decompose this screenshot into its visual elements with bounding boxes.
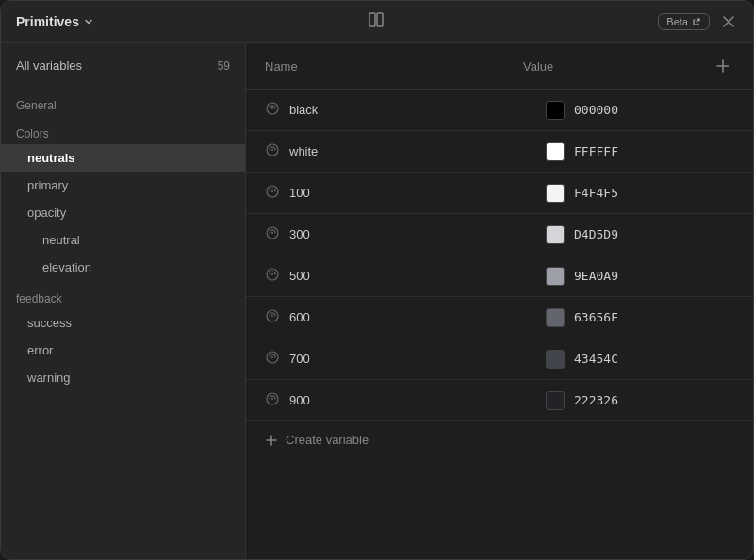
hex-white: FFFFFF (574, 144, 618, 158)
sidebar-item-neutral[interactable]: neutral (1, 226, 245, 254)
main-panel: Name Value (246, 43, 753, 559)
color-type-icon-700 (265, 350, 280, 369)
var-row-600[interactable]: 600 63656E (246, 297, 753, 338)
var-row-300[interactable]: 300 D4D5D9 (246, 214, 753, 255)
sidebar-item-success[interactable]: success (1, 309, 245, 337)
var-value-900: 222326 (546, 391, 734, 410)
sidebar-group-general: General (1, 88, 245, 116)
hex-100: F4F4F5 (574, 186, 618, 200)
swatch-900 (546, 391, 565, 410)
sidebar-group-feedback: feedback (1, 281, 245, 309)
var-row-white[interactable]: white FFFFFF (246, 131, 753, 173)
var-name-600: 600 (289, 310, 546, 324)
beta-label: Beta (666, 16, 688, 27)
var-name-white: white (289, 144, 546, 158)
all-variables-label: All variables (16, 58, 82, 73)
svg-point-9 (271, 232, 273, 234)
content-area: All variables 59 General Colors neutrals… (1, 43, 753, 559)
svg-point-11 (271, 273, 273, 275)
hex-500: 9EA0A9 (574, 269, 618, 283)
primitives-dropdown[interactable]: Primitives (16, 14, 94, 29)
create-variable-row[interactable]: Create variable (246, 421, 753, 458)
var-value-700: 43454C (546, 350, 734, 369)
svg-point-3 (271, 107, 273, 109)
sidebar-item-opacity[interactable]: opacity (1, 199, 245, 226)
hex-600: 63656E (574, 310, 618, 324)
external-link-icon (692, 17, 701, 26)
sidebar-item-neutrals[interactable]: neutrals (1, 144, 245, 172)
color-type-icon-100 (265, 184, 280, 203)
svg-point-7 (271, 190, 273, 192)
beta-badge[interactable]: Beta (658, 13, 710, 30)
sidebar-item-error[interactable]: error (1, 337, 245, 364)
svg-rect-1 (377, 13, 383, 26)
hex-300: D4D5D9 (574, 227, 618, 241)
var-row-500[interactable]: 500 9EA0A9 (246, 255, 753, 297)
main-window: Primitives Beta (0, 0, 754, 560)
title-bar-right: Beta (658, 12, 738, 31)
swatch-100 (546, 184, 565, 203)
var-name-500: 500 (289, 269, 546, 283)
variables-list: black 000000 (246, 90, 753, 559)
color-type-icon-300 (265, 225, 280, 244)
sidebar-item-warning[interactable]: warning (1, 364, 245, 391)
all-variables-count: 59 (218, 59, 230, 73)
layout-icon[interactable] (367, 10, 385, 33)
sidebar-item-primary[interactable]: primary (1, 172, 245, 199)
var-row-100[interactable]: 100 F4F4F5 (246, 173, 753, 214)
color-type-icon-white (265, 142, 280, 161)
swatch-black (546, 101, 565, 120)
var-value-500: 9EA0A9 (546, 267, 734, 286)
var-value-black: 000000 (546, 101, 734, 120)
svg-rect-0 (369, 13, 375, 26)
col-value-label: Value (523, 59, 712, 74)
var-row-black[interactable]: black 000000 (246, 90, 753, 131)
var-value-600: 63656E (546, 308, 734, 327)
swatch-300 (546, 225, 565, 244)
hex-black: 000000 (574, 103, 618, 117)
sidebar-all-vars-section: All variables 59 (1, 43, 245, 88)
create-variable-label: Create variable (286, 433, 369, 447)
color-type-icon (265, 101, 280, 120)
color-type-icon-500 (265, 267, 280, 286)
var-row-700[interactable]: 700 43454C (246, 338, 753, 380)
col-name-label: Name (265, 59, 523, 74)
title-bar-left: Primitives (16, 14, 94, 29)
color-type-icon-600 (265, 308, 280, 327)
svg-point-5 (271, 149, 273, 151)
chevron-down-icon (83, 16, 94, 27)
window-title: Primitives (16, 14, 79, 29)
sidebar-item-elevation[interactable]: elevation (1, 254, 245, 281)
title-bar: Primitives Beta (1, 1, 753, 43)
sidebar: All variables 59 General Colors neutrals… (1, 43, 246, 559)
sidebar-all-variables[interactable]: All variables 59 (1, 51, 245, 80)
swatch-white (546, 142, 565, 161)
var-name-black: black (289, 103, 546, 117)
svg-point-15 (271, 356, 273, 358)
var-value-300: D4D5D9 (546, 225, 734, 244)
var-name-900: 900 (289, 393, 546, 407)
var-row-900[interactable]: 900 222326 (246, 380, 753, 421)
var-name-100: 100 (289, 186, 546, 200)
var-name-700: 700 (289, 352, 546, 366)
var-value-100: F4F4F5 (546, 184, 734, 203)
hex-900: 222326 (574, 393, 618, 407)
svg-point-17 (271, 398, 273, 400)
hex-700: 43454C (574, 352, 618, 366)
var-value-white: FFFFFF (546, 142, 734, 161)
var-name-300: 300 (289, 227, 546, 241)
svg-point-13 (271, 315, 273, 317)
swatch-500 (546, 267, 565, 286)
sidebar-group-colors: Colors (1, 116, 245, 144)
swatch-600 (546, 308, 565, 327)
swatch-700 (546, 350, 565, 369)
close-button[interactable] (719, 12, 738, 31)
variables-header: Name Value (246, 43, 753, 90)
color-type-icon-900 (265, 391, 280, 410)
add-variable-button[interactable] (712, 55, 734, 77)
plus-icon (265, 434, 278, 447)
